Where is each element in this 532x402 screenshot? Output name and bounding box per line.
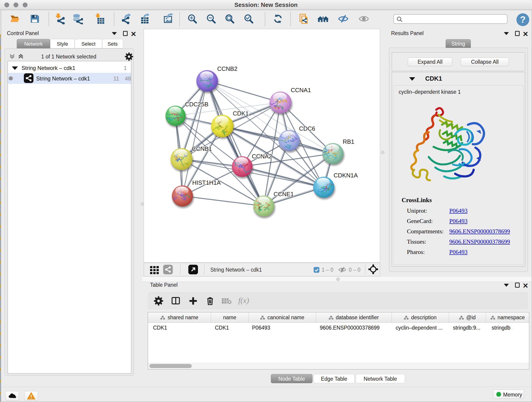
svg-text:CDC25B: CDC25B bbox=[185, 101, 209, 108]
svg-text:CDK1: CDK1 bbox=[233, 110, 249, 117]
svg-text:CCNA2: CCNA2 bbox=[252, 153, 272, 160]
svg-text:HIST1H1A: HIST1H1A bbox=[192, 179, 221, 186]
svg-text:CDC6: CDC6 bbox=[299, 125, 315, 132]
svg-text:CCNB2: CCNB2 bbox=[217, 65, 237, 72]
svg-text:CCNB1: CCNB1 bbox=[192, 145, 212, 152]
svg-text:CCNA1: CCNA1 bbox=[291, 87, 311, 94]
svg-text:CCNE1: CCNE1 bbox=[273, 191, 294, 198]
svg-text:RB1: RB1 bbox=[343, 138, 355, 145]
svg-text:CDKN1A: CDKN1A bbox=[334, 172, 358, 179]
